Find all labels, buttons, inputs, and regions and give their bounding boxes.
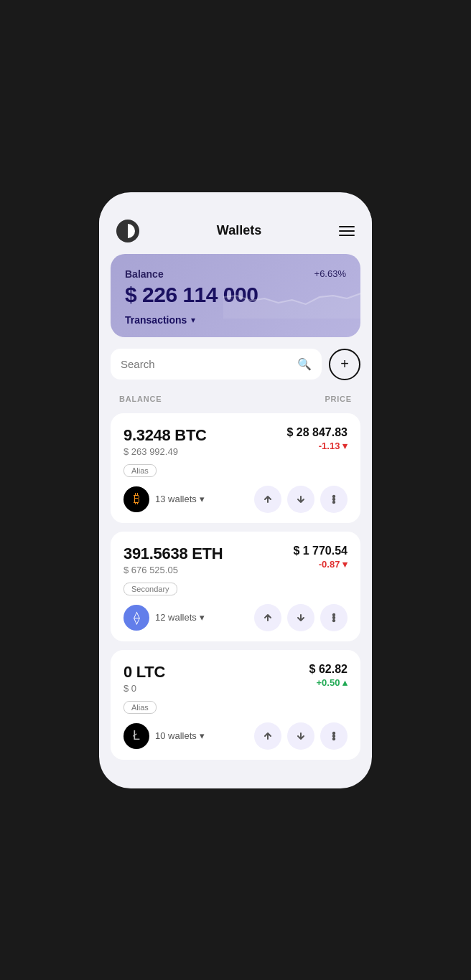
coin-tag: Alias [123,464,157,477]
coin-left: 9.3248 BTC $ 263 992.49 [123,426,207,457]
coin-card-top: 0 LTC $ 0 $ 62.82 +0.50 ▴ [123,663,348,694]
coin-actions-eth [254,604,348,631]
price-column-header: PRICE [325,395,352,403]
coin-price: $ 1 770.54 [293,545,348,557]
coin-wallets-ltc[interactable]: 10 wallets ▾ [155,730,205,741]
coin-left: 391.5638 ETH $ 676 525.05 [123,545,223,575]
more-button-ltc[interactable] [320,722,348,750]
header: Wallets [99,212,372,254]
coin-identity: ⟠ 12 wallets ▾ [123,605,205,631]
coin-card-btc: 9.3248 BTC $ 263 992.49 $ 28 847.83 -1.1… [111,413,360,523]
coin-icon-ltc: Ł [123,723,149,749]
search-container: 🔍 [111,349,322,380]
coin-actions-ltc [254,722,348,750]
coin-change: +0.50 ▴ [309,677,348,688]
send-button-ltc[interactable] [254,722,281,750]
coin-wallets-eth[interactable]: 12 wallets ▾ [155,612,205,623]
coin-actions-btc [254,486,348,513]
transactions-chevron-icon: ▾ [191,315,195,325]
logo-icon [116,220,139,242]
svg-point-2 [333,498,335,499]
svg-point-6 [333,619,335,621]
receive-icon [295,612,307,623]
coin-usd-value: $ 263 992.49 [123,446,207,457]
coin-left: 0 LTC $ 0 [123,663,165,694]
send-button-btc[interactable] [254,486,281,513]
coin-price: $ 62.82 [309,663,348,676]
search-icon: 🔍 [297,357,312,371]
more-button-btc[interactable] [320,486,348,513]
coin-card-bottom: ⟠ 12 wallets ▾ [123,604,348,631]
receive-icon [295,730,307,742]
coin-card-ltc: 0 LTC $ 0 $ 62.82 +0.50 ▴ Alias Ł 10 wal… [111,650,360,760]
coin-change: -0.87 ▾ [293,559,348,570]
transactions-label: Transactions [125,314,187,326]
coin-amount: 0 LTC [123,663,165,682]
wallets-chevron-icon: ▾ [200,612,205,623]
page-title: Wallets [217,223,261,238]
send-icon [262,730,274,742]
send-icon [262,612,274,623]
balance-column-header: BALANCE [119,395,162,403]
more-icon [328,730,340,742]
svg-point-9 [333,738,335,739]
coin-card-top: 391.5638 ETH $ 676 525.05 $ 1 770.54 -0.… [123,545,348,575]
coin-right: $ 28 847.83 -1.13 ▾ [286,426,348,451]
send-button-eth[interactable] [254,604,281,631]
more-icon [328,494,340,505]
table-header: BALANCE PRICE [99,390,372,407]
receive-button-btc[interactable] [287,486,314,513]
coin-card-bottom: Ł 10 wallets ▾ [123,722,348,750]
coin-change: -1.13 ▾ [286,440,348,451]
coin-tag: Secondary [123,583,177,595]
svg-point-8 [333,735,335,736]
coin-amount: 391.5638 ETH [123,545,223,563]
balance-chart [223,275,360,319]
coin-icon-eth: ⟠ [123,605,149,631]
wallets-chevron-icon: ▾ [200,730,205,741]
coin-card-eth: 391.5638 ETH $ 676 525.05 $ 1 770.54 -0.… [111,532,360,641]
svg-point-3 [333,501,335,502]
phone-shell: Wallets Balance +6.63% $ 226 114 000 Tra… [99,192,372,788]
svg-point-7 [333,732,335,733]
receive-button-eth[interactable] [287,604,314,631]
send-icon [262,494,274,505]
coin-right: $ 62.82 +0.50 ▴ [309,663,348,688]
add-wallet-button[interactable]: + [329,349,360,380]
coin-identity: ₿ 13 wallets ▾ [123,486,205,512]
coin-right: $ 1 770.54 -0.87 ▾ [293,545,348,570]
more-button-eth[interactable] [320,604,348,631]
coin-usd-value: $ 676 525.05 [123,565,223,575]
coin-amount: 9.3248 BTC [123,426,207,445]
coin-card-bottom: ₿ 13 wallets ▾ [123,486,348,513]
coin-icon-btc: ₿ [123,486,149,512]
coin-identity: Ł 10 wallets ▾ [123,723,205,749]
balance-card: Balance +6.63% $ 226 114 000 Transaction… [111,254,360,337]
svg-point-4 [333,613,335,615]
receive-icon [295,494,307,505]
search-row: 🔍 + [99,349,372,380]
coin-price: $ 28 847.83 [286,426,348,439]
coin-usd-value: $ 0 [123,683,165,694]
coin-tag: Alias [123,701,157,714]
svg-point-5 [333,616,335,618]
hamburger-menu-button[interactable] [339,226,355,236]
more-icon [328,612,340,623]
coin-wallets-btc[interactable]: 13 wallets ▾ [155,494,205,504]
svg-point-1 [333,495,335,496]
wallets-chevron-icon: ▾ [200,494,205,504]
receive-button-ltc[interactable] [287,722,314,750]
search-input[interactable] [121,358,290,370]
balance-label: Balance [125,268,164,280]
coin-card-top: 9.3248 BTC $ 263 992.49 $ 28 847.83 -1.1… [123,426,348,457]
coin-list: 9.3248 BTC $ 263 992.49 $ 28 847.83 -1.1… [99,413,372,760]
